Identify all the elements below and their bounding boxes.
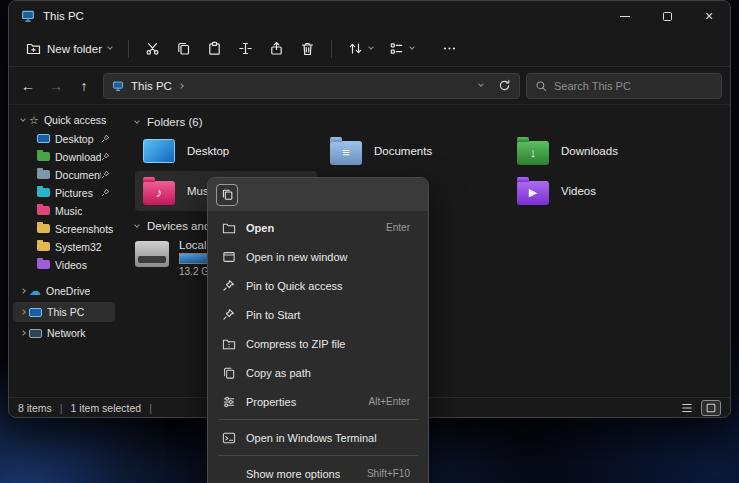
- this-pc-icon: [112, 80, 124, 92]
- videos-folder-icon: [517, 181, 549, 205]
- quick-access-icon: ☆: [29, 115, 39, 126]
- search-box[interactable]: [526, 73, 722, 99]
- sidebar-item-screenshots[interactable]: Screenshots: [13, 220, 115, 237]
- up-button[interactable]: ↑: [71, 73, 97, 99]
- new-folder-label: New folder: [47, 43, 102, 55]
- toolbar-divider: [128, 40, 129, 58]
- music-folder-icon: [37, 206, 50, 215]
- new-folder-button[interactable]: New folder: [19, 36, 119, 61]
- sidebar-item-pictures[interactable]: Pictures: [13, 184, 115, 201]
- address-bar[interactable]: This PC: [103, 73, 520, 99]
- pin-icon: [101, 152, 110, 161]
- videos-folder-icon: [37, 260, 50, 269]
- desktop-wallpaper: This PC × New folder: [0, 0, 739, 483]
- sidebar-item-network[interactable]: Network: [13, 323, 115, 343]
- navigation-bar: ← → ↑ This PC: [9, 67, 730, 105]
- breadcrumb[interactable]: This PC: [131, 80, 172, 92]
- copy-button[interactable]: [169, 36, 198, 61]
- window-controls: ×: [604, 1, 730, 31]
- documents-folder-icon: [37, 170, 50, 179]
- menu-item-open[interactable]: Open Enter: [212, 213, 424, 242]
- menu-separator: [218, 419, 418, 420]
- back-button[interactable]: ←: [15, 73, 41, 99]
- forward-button[interactable]: →: [43, 73, 69, 99]
- pictures-folder-icon: [37, 188, 50, 197]
- folder-tile-downloads[interactable]: Downloads: [509, 131, 691, 171]
- desktop-icon: [37, 134, 50, 143]
- title-bar[interactable]: This PC ×: [9, 1, 730, 31]
- downloads-folder-icon: [37, 152, 50, 161]
- new-folder-icon: [26, 41, 41, 56]
- menu-item-properties[interactable]: Properties Alt+Enter: [212, 387, 424, 416]
- pin-icon: [220, 279, 237, 292]
- chevron-right-icon: [20, 330, 26, 336]
- minimize-icon: [620, 16, 630, 17]
- sort-button[interactable]: [341, 36, 380, 61]
- chevron-right-icon[interactable]: [178, 83, 184, 89]
- sidebar-item-onedrive[interactable]: ☁ OneDrive: [13, 281, 115, 301]
- selection-count: 1 item selected: [71, 402, 142, 414]
- sidebar-item-quick-access[interactable]: ☆ Quick access: [13, 111, 115, 129]
- copy-quick-action-button[interactable]: [216, 184, 238, 206]
- system32-folder-icon: [37, 242, 50, 251]
- folder-tile-desktop[interactable]: Desktop: [135, 131, 317, 171]
- status-divider: |: [60, 402, 63, 414]
- pin-icon: [220, 308, 237, 321]
- menu-item-pin-to-quick-access[interactable]: Pin to Quick access: [212, 271, 424, 300]
- command-bar: New folder: [9, 31, 730, 67]
- refresh-button[interactable]: [498, 79, 511, 92]
- share-button[interactable]: [262, 36, 291, 61]
- pin-icon: [101, 188, 110, 197]
- sidebar-item-music[interactable]: Music: [13, 202, 115, 219]
- folders-section-header[interactable]: Folders (6): [135, 113, 730, 131]
- chevron-down-icon: [20, 116, 26, 122]
- chevron-down-icon: [368, 44, 374, 50]
- menu-item-copy-as-path[interactable]: Copy as path: [212, 358, 424, 387]
- folder-tile-documents[interactable]: Documents: [322, 131, 504, 171]
- zip-folder-icon: [220, 337, 237, 351]
- sidebar-item-system32[interactable]: System32: [13, 238, 115, 255]
- delete-button[interactable]: [293, 36, 322, 61]
- toolbar-divider: [331, 40, 332, 58]
- sidebar-item-this-pc[interactable]: This PC: [13, 302, 115, 322]
- pin-icon: [101, 134, 110, 143]
- downloads-folder-icon: [517, 141, 549, 165]
- sidebar-item-documents[interactable]: Documents: [13, 166, 115, 183]
- properties-icon: [220, 395, 237, 409]
- search-icon: [535, 80, 547, 92]
- view-button[interactable]: [382, 36, 421, 61]
- screenshots-folder-icon: [37, 224, 50, 233]
- menu-item-show-more-options[interactable]: Show more options Shift+F10: [212, 459, 424, 483]
- menu-item-pin-to-start[interactable]: Pin to Start: [212, 300, 424, 329]
- cut-button[interactable]: [138, 36, 167, 61]
- more-options-button[interactable]: [435, 36, 464, 61]
- rename-button[interactable]: [231, 36, 260, 61]
- minimize-button[interactable]: [604, 1, 646, 31]
- close-button[interactable]: ×: [688, 1, 730, 31]
- menu-separator: [218, 455, 418, 456]
- details-view-button[interactable]: [677, 400, 697, 416]
- address-dropdown-icon[interactable]: [478, 81, 484, 87]
- menu-item-open-in-new-window[interactable]: Open in new window: [212, 242, 424, 271]
- maximize-button[interactable]: [646, 1, 688, 31]
- close-icon: ×: [705, 9, 713, 23]
- search-input[interactable]: [554, 80, 713, 92]
- sidebar-item-desktop[interactable]: Desktop: [13, 130, 115, 147]
- this-pc-icon: [29, 308, 42, 317]
- open-folder-icon: [220, 221, 237, 235]
- maximize-icon: [663, 12, 672, 21]
- folder-tile-videos[interactable]: Videos: [509, 171, 691, 211]
- menu-item-open-in-windows-terminal[interactable]: Open in Windows Terminal: [212, 423, 424, 452]
- sidebar-item-downloads[interactable]: Downloads: [13, 148, 115, 165]
- context-menu-quick-actions: [208, 178, 428, 211]
- status-divider: |: [149, 402, 152, 414]
- network-icon: [29, 329, 42, 338]
- sidebar-item-videos[interactable]: Videos: [13, 256, 115, 273]
- window-title: This PC: [43, 10, 84, 22]
- menu-item-compress-to-zip[interactable]: Compress to ZIP file: [212, 329, 424, 358]
- large-icons-view-button[interactable]: [701, 400, 721, 416]
- context-menu-items: Open Enter Open in new window Pin to Qui…: [208, 211, 428, 483]
- onedrive-cloud-icon: ☁: [29, 285, 41, 297]
- chevron-right-icon: [20, 288, 26, 294]
- paste-button[interactable]: [200, 36, 229, 61]
